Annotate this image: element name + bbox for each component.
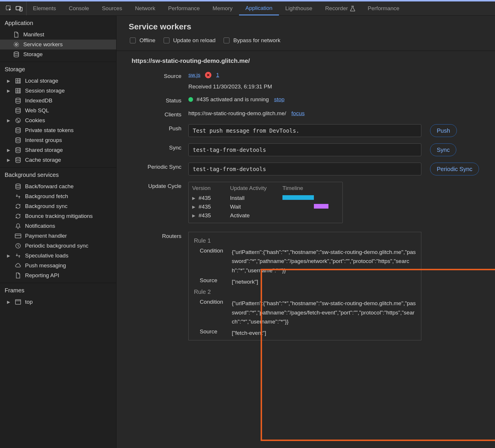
svg-point-17 (16, 157, 20, 159)
tab-performance[interactable]: Performance (361, 1, 406, 15)
client-url: https://sw-static-routing-demo.glitch.me… (188, 110, 286, 117)
flask-icon (350, 6, 355, 11)
devtools-tabbar: ElementsConsoleSourcesNetworkPerformance… (0, 0, 495, 16)
periodic-sync-label: Periodic Sync (132, 163, 188, 170)
caret-icon: ▶ (192, 213, 199, 218)
sidebar-item-web-sql[interactable]: Web SQL (0, 106, 116, 115)
page-title: Service workers (129, 22, 495, 31)
caret-icon: ▶ (6, 148, 11, 152)
sidebar-section-frames: Frames (0, 283, 116, 297)
sidebar-item-cache-storage[interactable]: ▶Cache storage (0, 155, 116, 165)
db-icon (15, 98, 22, 104)
sync-input[interactable] (188, 143, 421, 156)
periodic-sync-input[interactable] (188, 163, 421, 175)
update-on-reload-checkbox[interactable]: Update on reload (162, 37, 216, 44)
tab-network[interactable]: Network (129, 1, 162, 15)
stop-link[interactable]: stop (274, 96, 284, 103)
sidebar-item-periodic-background-sync[interactable]: Periodic background sync (0, 241, 116, 251)
error-count-link[interactable]: 1 (216, 72, 219, 78)
db-icon (15, 127, 22, 133)
push-button[interactable]: Push (430, 124, 457, 137)
db-icon (15, 137, 22, 143)
sidebar-section-background-services: Background services (0, 168, 116, 182)
received-text: Received 11/30/2023, 6:19:31 PM (188, 83, 272, 90)
sync-icon (15, 203, 22, 209)
router-condition-row: Condition{"urlPattern":{"hash":"*","host… (200, 248, 416, 275)
update-cycle-row[interactable]: ▶#435Install (192, 195, 339, 201)
cookie-icon (15, 118, 22, 123)
periodic-sync-button[interactable]: Periodic Sync (430, 163, 479, 175)
sidebar-item-local-storage[interactable]: ▶Local storage (0, 76, 116, 86)
svg-rect-21 (15, 300, 21, 304)
sidebar-item-background-fetch[interactable]: Background fetch (0, 191, 116, 201)
sidebar-item-private-state-tokens[interactable]: Private state tokens (0, 125, 116, 135)
router-source-row: Source["network"] (200, 277, 416, 286)
tab-console[interactable]: Console (62, 1, 96, 15)
update-cycle-row[interactable]: ▶#435Wait (192, 204, 339, 210)
svg-point-14 (16, 128, 20, 129)
push-input[interactable] (188, 124, 421, 137)
svg-point-12 (19, 121, 19, 121)
status-dot-icon (188, 97, 193, 102)
routers-label: Routers (132, 232, 188, 239)
router-condition-row: Condition{"urlPattern":{"hash":"*","host… (200, 299, 416, 326)
tab-performance[interactable]: Performance (162, 1, 206, 15)
sync-label: Sync (132, 143, 188, 151)
svg-rect-7 (16, 88, 20, 93)
sidebar-item-payment-handler[interactable]: Payment handler (0, 231, 116, 241)
sidebar-item-speculative-loads[interactable]: ▶Speculative loads (0, 251, 116, 261)
device-toggle-icon[interactable] (16, 6, 23, 11)
sync-button[interactable]: Sync (430, 143, 456, 156)
update-cycle-table: Version Update Activity Timeline ▶#435In… (188, 182, 343, 223)
grid-icon (15, 78, 22, 84)
caret-icon: ▶ (6, 158, 11, 162)
sidebar-item-service-workers[interactable]: Service workers (0, 40, 116, 49)
source-file-link[interactable]: sw.js (188, 72, 200, 78)
svg-rect-19 (15, 234, 21, 238)
sidebar-item-bounce-tracking-mitigations[interactable]: Bounce tracking mitigations (0, 211, 116, 221)
fetch-icon (15, 253, 22, 259)
sidebar-item-storage[interactable]: Storage (0, 49, 116, 59)
svg-point-18 (16, 184, 20, 186)
sidebar-item-notifications[interactable]: Notifications (0, 221, 116, 231)
offline-checkbox[interactable]: Offline (129, 37, 155, 44)
db-icon (15, 147, 22, 153)
bypass-for-network-checkbox[interactable]: Bypass for network (222, 37, 280, 44)
caret-icon: ▶ (6, 118, 11, 123)
sidebar-item-push-messaging[interactable]: Push messaging (0, 261, 116, 271)
cloud-icon (15, 263, 22, 268)
grid-icon (15, 88, 22, 94)
inspect-icon[interactable] (6, 6, 12, 11)
update-cycle-row[interactable]: ▶#435Activate (192, 212, 339, 219)
db-icon (15, 157, 22, 163)
sidebar-item-interest-groups[interactable]: Interest groups (0, 135, 116, 145)
sidebar-item-session-storage[interactable]: ▶Session storage (0, 86, 116, 96)
timeline-bar-wait (314, 204, 328, 209)
caret-icon: ▶ (192, 205, 199, 209)
sidebar-section-application: Application (0, 16, 116, 30)
tab-sources[interactable]: Sources (96, 1, 129, 15)
sidebar-section-storage: Storage (0, 62, 116, 76)
sidebar-item-cookies[interactable]: ▶Cookies (0, 115, 116, 125)
bell-icon (15, 223, 22, 229)
focus-link[interactable]: focus (291, 110, 305, 117)
sidebar-item-reporting-api[interactable]: Reporting API (0, 271, 116, 280)
sidebar-item-shared-storage[interactable]: ▶Shared storage (0, 145, 116, 155)
error-icon[interactable]: ✕ (205, 72, 211, 78)
tab-memory[interactable]: Memory (206, 1, 239, 15)
source-label: Source (132, 72, 188, 79)
caret-icon: ▶ (192, 196, 199, 200)
tab-application[interactable]: Application (239, 1, 279, 15)
sidebar-item-background-sync[interactable]: Background sync (0, 201, 116, 211)
tab-elements[interactable]: Elements (26, 1, 62, 15)
sidebar-item-indexeddb[interactable]: IndexedDB (0, 96, 116, 106)
status-text: #435 activated and is running (197, 96, 269, 103)
tab-recorder[interactable]: Recorder (319, 1, 361, 15)
sidebar-item-back/forward-cache[interactable]: Back/forward cache (0, 182, 116, 191)
sidebar-item-manifest[interactable]: Manifest (0, 30, 116, 40)
svg-point-5 (14, 52, 19, 54)
database-icon (13, 51, 20, 57)
sidebar-item-frame-top[interactable]: ▶top (0, 297, 116, 307)
tab-lighthouse[interactable]: Lighthouse (279, 1, 319, 15)
push-label: Push (132, 124, 188, 132)
